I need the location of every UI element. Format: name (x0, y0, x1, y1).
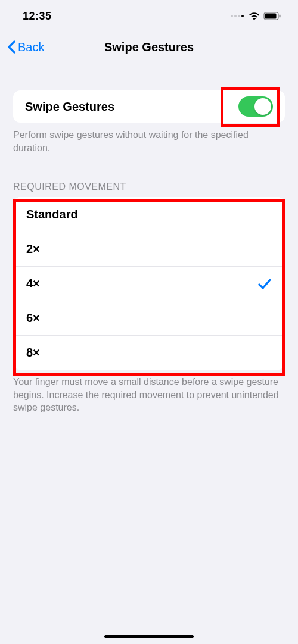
home-indicator[interactable] (104, 635, 194, 638)
swipe-gestures-switch[interactable] (238, 96, 273, 117)
movement-option-2x[interactable]: 2× (13, 232, 285, 266)
movement-option-8x[interactable]: 8× (13, 335, 285, 370)
status-bar: 12:35 (0, 0, 298, 32)
movement-option-label: Standard (26, 208, 78, 221)
movement-option-4x[interactable]: 4× (13, 266, 285, 301)
movement-option-6x[interactable]: 6× (13, 301, 285, 335)
back-button[interactable]: Back (7, 40, 44, 54)
movement-option-label: 8× (26, 346, 40, 359)
swipe-gestures-footer: Perform swipe gestures without waiting f… (0, 123, 298, 154)
movement-option-standard[interactable]: Standard (13, 197, 285, 232)
required-movement-header: REQUIRED MOVEMENT (0, 182, 298, 197)
checkmark-icon (257, 277, 272, 290)
svg-rect-1 (265, 14, 277, 19)
page-title: Swipe Gestures (104, 40, 194, 54)
swipe-gestures-toggle-cell[interactable]: Swipe Gestures (13, 90, 285, 123)
status-indicators (231, 12, 281, 20)
wifi-icon (249, 12, 260, 20)
movement-option-label: 4× (26, 277, 40, 290)
movement-option-label: 2× (26, 242, 40, 256)
svg-rect-2 (280, 15, 281, 18)
required-movement-footer: Your finger must move a small distance b… (0, 370, 298, 414)
switch-knob (254, 98, 271, 115)
movement-option-label: 6× (26, 311, 40, 325)
cellular-signal-icon (231, 15, 244, 17)
swipe-gestures-label: Swipe Gestures (25, 100, 114, 114)
required-movement-list: Standard 2× 4× 6× 8× (13, 197, 285, 370)
navigation-bar: Back Swipe Gestures (0, 32, 298, 62)
status-time: 12:35 (23, 10, 52, 23)
chevron-left-icon (7, 40, 15, 54)
back-label: Back (18, 40, 44, 54)
battery-icon (263, 12, 281, 20)
